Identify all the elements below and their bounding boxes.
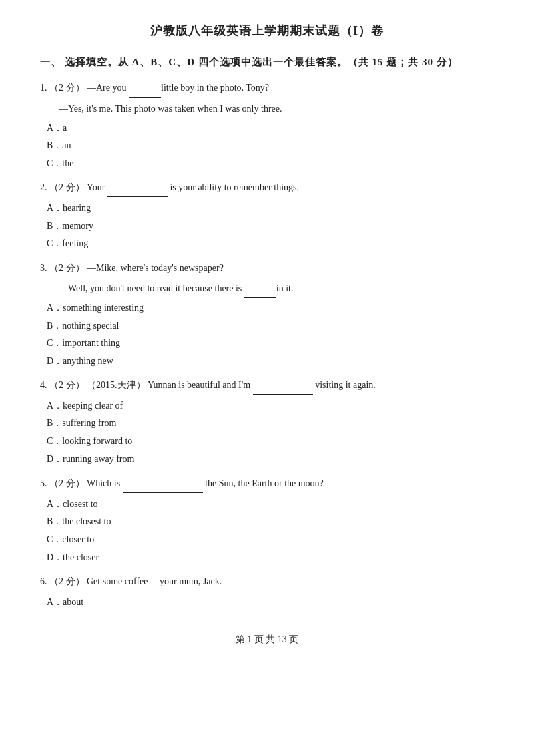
q5-optD: D．the closer <box>47 549 494 567</box>
question-1-sub: —Yes, it's me. This photo was taken when… <box>40 100 494 118</box>
question-4-text: 4. （2 分） （2015.天津） Yunnan is beautiful a… <box>40 377 494 395</box>
page-footer: 第 1 页 共 13 页 <box>40 631 494 648</box>
q3-optC: C．important thing <box>47 335 494 353</box>
q2-optA: A．hearing <box>47 200 494 218</box>
question-1-text: 1. （2 分） —Are you little boy in the phot… <box>40 79 494 98</box>
q4-year: （2015.天津） <box>87 380 146 390</box>
q2-optB: B．memory <box>47 218 494 236</box>
q5-optB: B．the closest to <box>47 513 494 531</box>
question-3-text: 3. （2 分） —Mike, where's today's newspape… <box>40 260 494 278</box>
q2-optC: C．feeling <box>47 235 494 253</box>
q1-score: （2 分） <box>49 83 85 93</box>
q4-score: （2 分） <box>49 380 85 390</box>
section1-header: 一、 选择填空。从 A、B、C、D 四个选项中选出一个最佳答案。（共 15 题；… <box>40 53 494 71</box>
question-5-text: 5. （2 分） Which is the Sun, the Earth or … <box>40 475 494 493</box>
q5-optC: C．closer to <box>47 531 494 549</box>
q6-optA: A．about <box>47 594 494 612</box>
q4-optD: D．running away from <box>47 451 494 469</box>
question-6: 6. （2 分） Get some coffee your mum, Jack.… <box>40 573 494 611</box>
q3-optB: B．nothing special <box>47 317 494 335</box>
question-5: 5. （2 分） Which is the Sun, the Earth or … <box>40 475 494 566</box>
q1-num: 1. <box>40 83 47 93</box>
question-2-text: 2. （2 分） Your is your ability to remembe… <box>40 179 494 197</box>
q2-num: 2. <box>40 182 47 192</box>
q3-score: （2 分） <box>49 263 85 273</box>
q4-optA: A．keeping clear of <box>47 397 494 415</box>
q6-num: 6. <box>40 576 47 586</box>
page-title: 沪教版八年级英语上学期期末试题（I）卷 <box>40 20 494 41</box>
question-1: 1. （2 分） —Are you little boy in the phot… <box>40 79 494 172</box>
q1-optA: A．a <box>47 120 494 138</box>
question-4: 4. （2 分） （2015.天津） Yunnan is beautiful a… <box>40 377 494 468</box>
q3-num: 3. <box>40 263 47 273</box>
q4-optC: C．looking forward to <box>47 433 494 451</box>
q5-num: 5. <box>40 478 47 488</box>
question-3-sub: —Well, you don't need to read it because… <box>40 280 494 298</box>
q4-optB: B．suffering from <box>47 415 494 433</box>
q5-optA: A．closest to <box>47 496 494 514</box>
q3-optA: A．something interesting <box>47 299 494 317</box>
q4-num: 4. <box>40 380 47 390</box>
q1-optB: B．an <box>47 137 494 155</box>
q6-score: （2 分） <box>49 576 85 586</box>
question-6-text: 6. （2 分） Get some coffee your mum, Jack. <box>40 573 494 591</box>
question-2: 2. （2 分） Your is your ability to remembe… <box>40 179 494 252</box>
question-3: 3. （2 分） —Mike, where's today's newspape… <box>40 260 494 371</box>
q5-score: （2 分） <box>49 478 85 488</box>
q1-optC: C．the <box>47 155 494 173</box>
q2-score: （2 分） <box>49 182 85 192</box>
q3-optD: D．anything new <box>47 353 494 371</box>
